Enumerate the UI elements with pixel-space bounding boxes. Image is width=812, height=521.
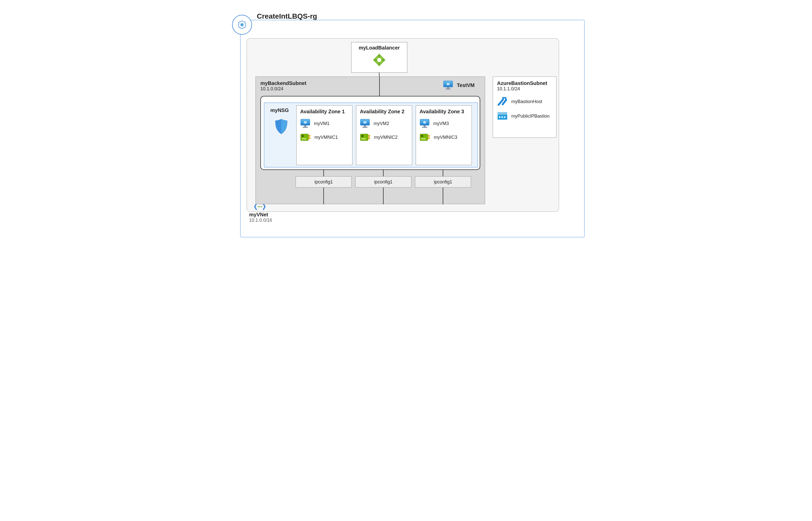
nsg-shield-icon <box>274 119 288 135</box>
load-balancer-box: myLoadBalancer <box>351 42 407 73</box>
ipconfig-1: ipconfig1 <box>295 176 352 187</box>
nsg-name: myNSG <box>270 108 289 113</box>
ipconfig-3: ipconfig1 <box>415 176 471 187</box>
connector-line <box>324 187 324 204</box>
bastion-subnet-name: AzureBastionSubnet <box>497 81 552 86</box>
svg-rect-23 <box>368 136 370 137</box>
bastion-icon <box>497 96 508 107</box>
svg-rect-29 <box>421 135 423 137</box>
svg-point-3 <box>377 58 381 62</box>
vm-icon <box>443 81 453 90</box>
nic-icon <box>300 133 311 142</box>
bastion-subnet-cidr: 10.1.1.0/24 <box>497 86 552 92</box>
vm-icon <box>300 119 310 128</box>
vnet-cidr: 10.1.0.0/16 <box>249 218 272 223</box>
svg-rect-22 <box>368 135 370 136</box>
test-vm: TestVM <box>443 81 475 90</box>
az1-title: Availability Zone 1 <box>300 109 349 115</box>
az1-vm-name: myVM1 <box>314 121 330 126</box>
public-ip-icon <box>497 112 508 121</box>
svg-point-2 <box>261 206 262 207</box>
svg-rect-10 <box>301 134 308 141</box>
svg-rect-9 <box>303 127 308 128</box>
az2-title: Availability Zone 2 <box>360 109 408 115</box>
svg-rect-24 <box>368 138 370 139</box>
availability-zone-3: Availability Zone 3 myVM3 myVMNIC3 <box>416 105 472 165</box>
ipconfig-2: ipconfig1 <box>355 176 411 187</box>
svg-rect-21 <box>361 138 366 140</box>
vm-icon <box>420 119 430 128</box>
svg-rect-30 <box>421 138 426 140</box>
svg-rect-14 <box>308 136 310 137</box>
svg-rect-18 <box>362 127 367 128</box>
connector-line <box>443 170 443 176</box>
load-balancer-icon <box>372 53 386 67</box>
svg-rect-6 <box>446 89 451 90</box>
az2-nic-name: myVMNIC2 <box>374 135 398 140</box>
connector-line <box>443 187 443 204</box>
svg-rect-19 <box>360 134 368 141</box>
az3-nic-name: myVMNIC3 <box>434 135 457 140</box>
nsg-box: myNSG Availability Zone 1 myVM1 <box>260 96 480 170</box>
connector-line <box>379 77 380 96</box>
az3-title: Availability Zone 3 <box>420 109 468 115</box>
svg-rect-17 <box>364 125 366 127</box>
resource-group-icon <box>232 15 252 35</box>
svg-rect-31 <box>428 135 430 136</box>
svg-rect-15 <box>308 138 310 139</box>
svg-rect-28 <box>420 134 428 141</box>
connector-line <box>379 73 380 77</box>
vm-icon <box>360 119 370 128</box>
svg-point-38 <box>504 116 505 118</box>
svg-rect-20 <box>361 135 363 137</box>
svg-rect-26 <box>424 125 426 127</box>
svg-point-37 <box>501 116 503 118</box>
az2-vm-name: myVM2 <box>374 121 389 126</box>
connector-line <box>383 170 384 176</box>
nic-icon <box>360 133 371 142</box>
connector-line <box>324 170 324 176</box>
test-vm-name: TestVM <box>457 83 475 88</box>
svg-point-0 <box>258 206 259 207</box>
az3-vm-name: myVM3 <box>433 121 449 126</box>
vnet-label: myVNet 10.1.0.0/16 <box>249 212 272 223</box>
backend-subnet-box: myBackendSubnet 10.1.0.0/24 TestVM myNSG <box>256 76 485 204</box>
vnet-name: myVNet <box>249 212 272 218</box>
nic-icon <box>420 133 430 142</box>
nsg-inner: myNSG Availability Zone 1 myVM1 <box>264 103 478 167</box>
svg-rect-13 <box>308 135 310 136</box>
load-balancer-name: myLoadBalancer <box>352 45 407 51</box>
svg-rect-5 <box>447 87 449 89</box>
svg-rect-27 <box>422 127 427 128</box>
svg-rect-12 <box>302 138 306 140</box>
resource-group-title: CreateIntLBQS-rg <box>257 12 317 20</box>
svg-rect-32 <box>428 136 430 137</box>
svg-rect-8 <box>304 125 306 127</box>
bastion-public-ip-name: myPublicIPBastion <box>511 114 550 119</box>
bastion-host-name: myBastionHost <box>511 99 542 104</box>
connector-line <box>383 187 384 204</box>
svg-point-36 <box>499 116 500 118</box>
svg-rect-11 <box>302 135 304 137</box>
diagram-canvas: CreateIntLBQS-rg myVNet 10.1.0.0/16 myLo… <box>228 10 584 237</box>
availability-zone-1: Availability Zone 1 myVM1 myVMNIC1 <box>296 105 353 165</box>
svg-rect-33 <box>428 138 430 139</box>
az1-nic-name: myVMNIC1 <box>314 135 338 140</box>
svg-point-1 <box>259 206 260 207</box>
bastion-subnet-box: AzureBastionSubnet 10.1.1.0/24 myBastion… <box>493 76 556 138</box>
svg-rect-34 <box>498 112 507 115</box>
availability-zone-2: Availability Zone 2 myVM2 myVMNIC2 <box>356 105 412 165</box>
